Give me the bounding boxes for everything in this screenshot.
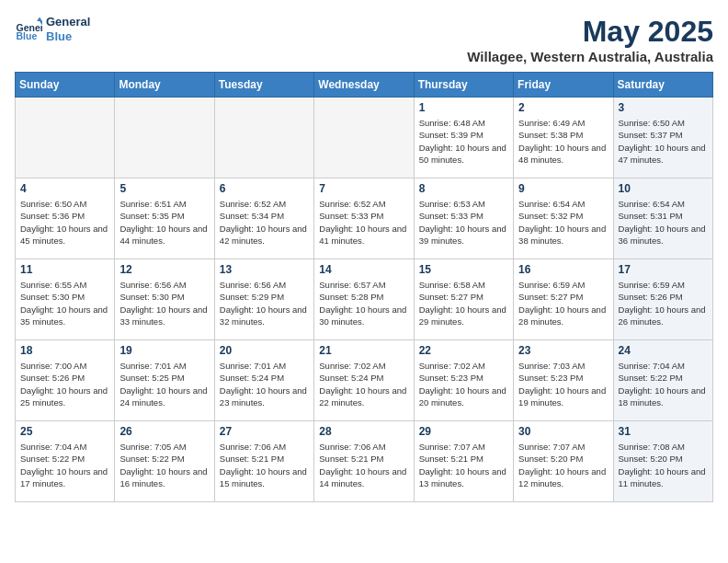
weekday-header: Tuesday — [214, 73, 313, 98]
day-number: 13 — [220, 263, 309, 276]
calendar-cell: 25Sunrise: 7:04 AMSunset: 5:22 PMDayligh… — [16, 421, 115, 502]
day-number: 8 — [419, 182, 508, 195]
calendar-cell: 13Sunrise: 6:56 AMSunset: 5:29 PMDayligh… — [214, 259, 313, 340]
calendar-cell: 11Sunrise: 6:55 AMSunset: 5:30 PMDayligh… — [16, 259, 115, 340]
weekday-header: Thursday — [414, 73, 513, 98]
calendar-cell: 23Sunrise: 7:03 AMSunset: 5:23 PMDayligh… — [514, 340, 613, 421]
day-info: Sunrise: 6:52 AMSunset: 5:34 PMDaylight:… — [220, 198, 309, 247]
calendar-cell: 12Sunrise: 6:56 AMSunset: 5:30 PMDayligh… — [115, 259, 214, 340]
day-number: 23 — [518, 344, 608, 357]
day-number: 15 — [419, 263, 508, 276]
calendar-cell: 9Sunrise: 6:54 AMSunset: 5:32 PMDaylight… — [514, 178, 613, 259]
calendar-cell: 20Sunrise: 7:01 AMSunset: 5:24 PMDayligh… — [214, 340, 313, 421]
page-header: General Blue General Blue May 2025 Willa… — [15, 15, 713, 64]
logo-general: General — [46, 15, 90, 29]
day-info: Sunrise: 6:56 AMSunset: 5:30 PMDaylight:… — [119, 279, 209, 327]
day-number: 29 — [419, 425, 508, 438]
day-info: Sunrise: 7:07 AMSunset: 5:21 PMDaylight:… — [419, 441, 508, 489]
location: Willagee, Western Australia, Australia — [467, 49, 713, 64]
day-info: Sunrise: 6:50 AMSunset: 5:36 PMDaylight:… — [20, 198, 109, 247]
calendar-week-row: 11Sunrise: 6:55 AMSunset: 5:30 PMDayligh… — [16, 259, 713, 340]
day-number: 28 — [319, 425, 408, 438]
calendar-cell: 22Sunrise: 7:02 AMSunset: 5:23 PMDayligh… — [414, 340, 513, 421]
day-info: Sunrise: 7:06 AMSunset: 5:21 PMDaylight:… — [319, 441, 408, 489]
day-number: 21 — [319, 344, 408, 357]
day-number: 16 — [518, 263, 608, 276]
day-info: Sunrise: 7:06 AMSunset: 5:21 PMDaylight:… — [220, 441, 309, 489]
calendar-cell: 18Sunrise: 7:00 AMSunset: 5:26 PMDayligh… — [16, 340, 115, 421]
day-info: Sunrise: 6:50 AMSunset: 5:37 PMDaylight:… — [619, 117, 708, 166]
day-number: 19 — [119, 344, 209, 357]
day-number: 2 — [518, 101, 608, 114]
calendar-week-row: 4Sunrise: 6:50 AMSunset: 5:36 PMDaylight… — [16, 178, 713, 259]
day-info: Sunrise: 6:49 AMSunset: 5:38 PMDaylight:… — [518, 117, 608, 166]
calendar-week-row: 25Sunrise: 7:04 AMSunset: 5:22 PMDayligh… — [16, 421, 713, 502]
calendar-cell: 2Sunrise: 6:49 AMSunset: 5:38 PMDaylight… — [514, 98, 613, 178]
day-number: 9 — [518, 182, 608, 195]
calendar-cell: 10Sunrise: 6:54 AMSunset: 5:31 PMDayligh… — [613, 178, 712, 259]
calendar-header-row: SundayMondayTuesdayWednesdayThursdayFrid… — [16, 73, 713, 98]
calendar-cell — [314, 98, 414, 178]
day-info: Sunrise: 6:58 AMSunset: 5:27 PMDaylight:… — [419, 279, 508, 327]
weekday-header: Sunday — [16, 73, 115, 98]
logo-blue: Blue — [46, 29, 90, 44]
calendar-cell: 4Sunrise: 6:50 AMSunset: 5:36 PMDaylight… — [16, 178, 115, 259]
calendar-cell: 26Sunrise: 7:05 AMSunset: 5:22 PMDayligh… — [115, 421, 214, 502]
day-info: Sunrise: 7:02 AMSunset: 5:24 PMDaylight:… — [319, 360, 408, 408]
day-number: 30 — [518, 425, 608, 438]
day-number: 12 — [119, 263, 209, 276]
svg-text:Blue: Blue — [17, 29, 38, 40]
day-info: Sunrise: 7:05 AMSunset: 5:22 PMDaylight:… — [119, 441, 209, 489]
day-info: Sunrise: 7:04 AMSunset: 5:22 PMDaylight:… — [619, 360, 708, 408]
calendar-cell — [214, 98, 313, 178]
day-number: 1 — [419, 101, 508, 114]
day-number: 4 — [20, 182, 109, 195]
calendar-cell — [115, 98, 214, 178]
day-info: Sunrise: 6:54 AMSunset: 5:32 PMDaylight:… — [518, 198, 608, 247]
calendar-cell: 5Sunrise: 6:51 AMSunset: 5:35 PMDaylight… — [115, 178, 214, 259]
day-info: Sunrise: 6:55 AMSunset: 5:30 PMDaylight:… — [20, 279, 109, 327]
day-number: 20 — [220, 344, 309, 357]
day-number: 24 — [619, 344, 708, 357]
calendar-cell: 3Sunrise: 6:50 AMSunset: 5:37 PMDaylight… — [613, 98, 712, 178]
calendar-cell: 15Sunrise: 6:58 AMSunset: 5:27 PMDayligh… — [414, 259, 513, 340]
calendar-week-row: 1Sunrise: 6:48 AMSunset: 5:39 PMDaylight… — [16, 98, 713, 178]
calendar-week-row: 18Sunrise: 7:00 AMSunset: 5:26 PMDayligh… — [16, 340, 713, 421]
day-info: Sunrise: 6:59 AMSunset: 5:26 PMDaylight:… — [619, 279, 708, 327]
calendar-cell: 6Sunrise: 6:52 AMSunset: 5:34 PMDaylight… — [214, 178, 313, 259]
weekday-header: Saturday — [613, 73, 712, 98]
day-number: 25 — [20, 425, 109, 438]
calendar-cell: 14Sunrise: 6:57 AMSunset: 5:28 PMDayligh… — [314, 259, 414, 340]
day-number: 11 — [20, 263, 109, 276]
day-info: Sunrise: 6:57 AMSunset: 5:28 PMDaylight:… — [319, 279, 408, 327]
svg-marker-2 — [37, 17, 42, 21]
day-number: 17 — [619, 263, 708, 276]
calendar-cell: 30Sunrise: 7:07 AMSunset: 5:20 PMDayligh… — [514, 421, 613, 502]
calendar-cell: 19Sunrise: 7:01 AMSunset: 5:25 PMDayligh… — [115, 340, 214, 421]
day-info: Sunrise: 7:00 AMSunset: 5:26 PMDaylight:… — [20, 360, 109, 408]
day-info: Sunrise: 6:54 AMSunset: 5:31 PMDaylight:… — [619, 198, 708, 247]
title-area: May 2025 Willagee, Western Australia, Au… — [467, 15, 713, 64]
day-info: Sunrise: 6:48 AMSunset: 5:39 PMDaylight:… — [419, 117, 508, 166]
day-info: Sunrise: 7:01 AMSunset: 5:25 PMDaylight:… — [119, 360, 209, 408]
calendar-cell: 8Sunrise: 6:53 AMSunset: 5:33 PMDaylight… — [414, 178, 513, 259]
day-number: 5 — [119, 182, 209, 195]
month-title: May 2025 — [467, 15, 713, 49]
day-info: Sunrise: 6:56 AMSunset: 5:29 PMDaylight:… — [220, 279, 309, 327]
calendar-cell: 28Sunrise: 7:06 AMSunset: 5:21 PMDayligh… — [314, 421, 414, 502]
day-number: 22 — [419, 344, 508, 357]
day-number: 26 — [119, 425, 209, 438]
day-info: Sunrise: 7:07 AMSunset: 5:20 PMDaylight:… — [518, 441, 608, 489]
calendar-cell: 1Sunrise: 6:48 AMSunset: 5:39 PMDaylight… — [414, 98, 513, 178]
calendar-table: SundayMondayTuesdayWednesdayThursdayFrid… — [15, 72, 713, 502]
calendar-cell: 31Sunrise: 7:08 AMSunset: 5:20 PMDayligh… — [613, 421, 712, 502]
calendar-cell: 27Sunrise: 7:06 AMSunset: 5:21 PMDayligh… — [214, 421, 313, 502]
day-number: 7 — [319, 182, 408, 195]
calendar-cell: 17Sunrise: 6:59 AMSunset: 5:26 PMDayligh… — [613, 259, 712, 340]
day-number: 6 — [220, 182, 309, 195]
weekday-header: Wednesday — [314, 73, 414, 98]
logo: General Blue General Blue — [15, 15, 90, 43]
day-info: Sunrise: 7:03 AMSunset: 5:23 PMDaylight:… — [518, 360, 608, 408]
day-info: Sunrise: 6:59 AMSunset: 5:27 PMDaylight:… — [518, 279, 608, 327]
calendar-cell: 16Sunrise: 6:59 AMSunset: 5:27 PMDayligh… — [514, 259, 613, 340]
